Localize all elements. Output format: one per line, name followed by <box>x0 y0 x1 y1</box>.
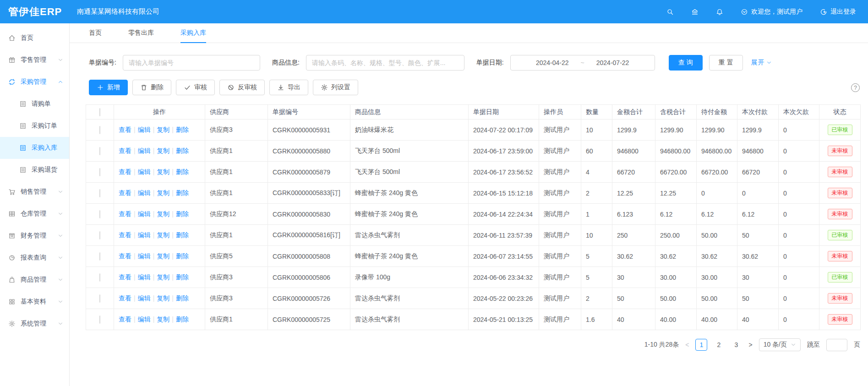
jump-page-input[interactable] <box>826 339 847 351</box>
row-checkbox[interactable] <box>99 252 100 261</box>
product-info-input[interactable] <box>306 55 464 71</box>
cell-doc-no: CGRK00000005816[订] <box>268 225 350 246</box>
row-action-delete[interactable]: 删除 <box>176 252 189 260</box>
tab-home[interactable]: 首页 <box>89 23 102 43</box>
row-action-delete[interactable]: 删除 <box>176 126 189 133</box>
page-number-3[interactable]: 3 <box>730 339 742 351</box>
row-action-delete[interactable]: 删除 <box>176 210 189 217</box>
sidebar-item-purchase-order[interactable]: 采购订单 <box>0 115 69 137</box>
doc-no-input[interactable] <box>123 55 260 71</box>
export-button[interactable]: 导出 <box>269 80 308 95</box>
user-menu[interactable]: 欢迎您，测试用户 <box>741 8 802 16</box>
row-action-view[interactable]: 查看 <box>119 126 131 133</box>
sidebar-item-home[interactable]: 首页 <box>0 27 69 49</box>
row-checkbox[interactable] <box>99 210 100 218</box>
row-checkbox[interactable] <box>99 168 100 176</box>
sidebar-item-purchase-mgmt[interactable]: 采购管理 <box>0 71 69 93</box>
page-size-select[interactable]: 10 条/页 <box>759 338 801 351</box>
row-action-edit[interactable]: 编辑 <box>138 210 151 217</box>
row-action-edit[interactable]: 编辑 <box>138 252 151 260</box>
row-action-copy[interactable]: 复制 <box>157 126 169 133</box>
cell-payable: 50.00 <box>697 288 737 309</box>
row-action-view[interactable]: 查看 <box>119 315 131 323</box>
page-number-2[interactable]: 2 <box>713 339 725 351</box>
row-action-edit[interactable]: 编辑 <box>138 189 151 196</box>
sidebar-item-purchase-request[interactable]: 请购单 <box>0 93 69 115</box>
row-checkbox[interactable] <box>99 294 100 303</box>
row-action-delete[interactable]: 删除 <box>176 315 189 323</box>
sidebar-item-sales-mgmt[interactable]: 销售管理 <box>0 181 69 203</box>
sidebar-item-retail-mgmt[interactable]: 零售管理 <box>0 49 69 71</box>
row-action-view[interactable]: 查看 <box>119 147 131 154</box>
row-action-view[interactable]: 查看 <box>119 210 131 217</box>
row-action-copy[interactable]: 复制 <box>157 252 169 260</box>
tab-purchase-inbound[interactable]: 采购入库 <box>180 23 206 43</box>
date-from[interactable]: 2024-04-22 <box>536 59 569 66</box>
next-page-button[interactable]: > <box>748 341 752 348</box>
row-select-cell <box>86 120 114 141</box>
row-action-copy[interactable]: 复制 <box>157 315 169 323</box>
row-action-view[interactable]: 查看 <box>119 189 131 196</box>
date-to[interactable]: 2024-07-22 <box>596 59 629 66</box>
expand-link[interactable]: 展开 <box>751 59 772 67</box>
row-action-edit[interactable]: 编辑 <box>138 126 151 133</box>
bank-icon[interactable] <box>691 8 699 16</box>
page-number-1[interactable]: 1 <box>695 339 707 351</box>
row-action-view[interactable]: 查看 <box>119 273 131 281</box>
row-action-copy[interactable]: 复制 <box>157 231 169 239</box>
tab-retail-outbound[interactable]: 零售出库 <box>128 23 154 43</box>
row-action-view[interactable]: 查看 <box>119 294 131 302</box>
row-action-edit[interactable]: 编辑 <box>138 231 151 239</box>
row-action-view[interactable]: 查看 <box>119 168 131 175</box>
row-action-edit[interactable]: 编辑 <box>138 147 151 154</box>
prev-page-button[interactable]: < <box>685 341 689 348</box>
row-checkbox[interactable] <box>99 273 100 282</box>
search-icon[interactable] <box>666 8 674 16</box>
unaudit-button[interactable]: 反审核 <box>219 80 265 95</box>
row-checkbox[interactable] <box>99 147 100 155</box>
select-all-checkbox[interactable] <box>99 108 100 116</box>
row-action-delete[interactable]: 删除 <box>176 147 189 154</box>
row-action-copy[interactable]: 复制 <box>157 147 169 154</box>
date-range-picker[interactable]: 2024-04-22 ~ 2024-07-22 <box>510 55 655 71</box>
row-action-delete[interactable]: 删除 <box>176 189 189 196</box>
row-action-delete[interactable]: 删除 <box>176 273 189 281</box>
sidebar-item-report-query[interactable]: 报表查询 <box>0 247 69 269</box>
add-button[interactable]: 新增 <box>89 80 128 95</box>
sidebar-item-basic-data[interactable]: 基本资料 <box>0 291 69 313</box>
delete-button[interactable]: 删除 <box>132 80 171 95</box>
help-icon[interactable]: ? <box>851 83 860 92</box>
audit-button[interactable]: 审核 <box>176 80 215 95</box>
row-action-view[interactable]: 查看 <box>119 252 131 260</box>
row-action-copy[interactable]: 复制 <box>157 189 169 196</box>
row-checkbox[interactable] <box>99 126 100 134</box>
sidebar-item-purchase-inbound[interactable]: 采购入库 <box>0 137 69 159</box>
sidebar-item-system-mgmt[interactable]: 系统管理 <box>0 313 69 335</box>
row-action-edit[interactable]: 编辑 <box>138 315 151 323</box>
sidebar-item-purchase-return[interactable]: 采购退货 <box>0 159 69 181</box>
row-action-copy[interactable]: 复制 <box>157 210 169 217</box>
row-action-copy[interactable]: 复制 <box>157 273 169 281</box>
action-separator: | <box>134 231 136 239</box>
column-settings-button[interactable]: 列设置 <box>313 80 358 95</box>
row-action-delete[interactable]: 删除 <box>176 168 189 175</box>
logout-button[interactable]: 退出登录 <box>820 8 856 16</box>
sidebar-item-product-mgmt[interactable]: 商品管理 <box>0 269 69 291</box>
sidebar-item-warehouse-mgmt[interactable]: 仓库管理 <box>0 203 69 225</box>
reset-button[interactable]: 重置 <box>709 55 743 71</box>
row-checkbox[interactable] <box>99 189 100 197</box>
row-checkbox[interactable] <box>99 231 100 239</box>
row-action-delete[interactable]: 删除 <box>176 294 189 302</box>
row-action-copy[interactable]: 复制 <box>157 294 169 302</box>
row-action-edit[interactable]: 编辑 <box>138 294 151 302</box>
row-action-delete[interactable]: 删除 <box>176 231 189 239</box>
search-button[interactable]: 查询 <box>669 55 703 71</box>
row-checkbox[interactable] <box>99 315 100 324</box>
cell-tax-amount: 66720.00 <box>655 162 697 183</box>
row-action-view[interactable]: 查看 <box>119 231 131 239</box>
notification-bell-icon[interactable] <box>716 8 723 16</box>
sidebar-item-finance-mgmt[interactable]: 财务管理 <box>0 225 69 247</box>
row-action-copy[interactable]: 复制 <box>157 168 169 175</box>
row-action-edit[interactable]: 编辑 <box>138 168 151 175</box>
row-action-edit[interactable]: 编辑 <box>138 273 151 281</box>
